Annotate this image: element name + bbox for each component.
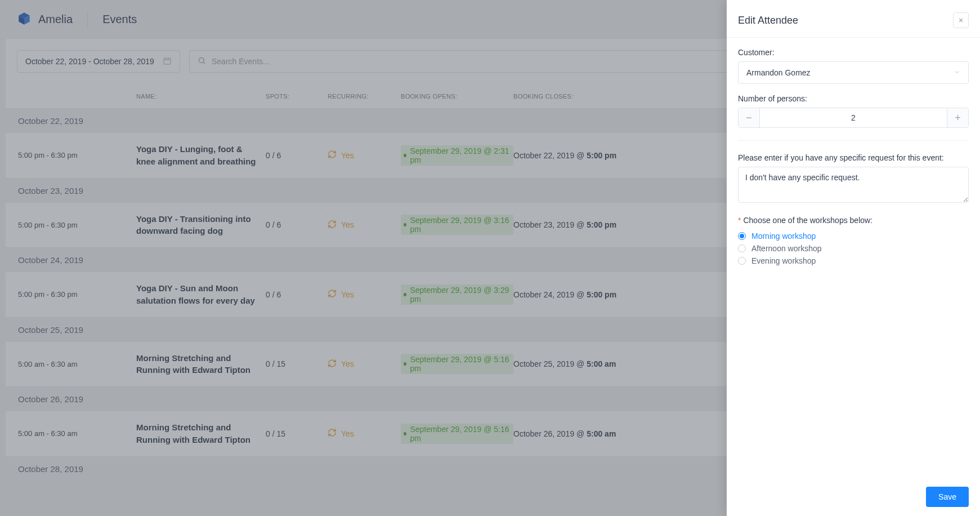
radio-icon xyxy=(738,232,746,240)
persons-increment-button[interactable]: + xyxy=(947,108,968,127)
required-asterisk: * xyxy=(738,216,741,225)
persons-decrement-button[interactable]: − xyxy=(739,108,760,127)
radio-label: Evening workshop xyxy=(751,256,816,265)
close-drawer-button[interactable]: × xyxy=(953,12,969,28)
workshop-radio-option[interactable]: Morning workshop xyxy=(738,232,969,241)
chevron-down-icon xyxy=(954,68,960,77)
workshop-radio-option[interactable]: Evening workshop xyxy=(738,256,969,265)
radio-icon xyxy=(738,244,746,252)
radio-icon xyxy=(738,257,746,265)
save-button[interactable]: Save xyxy=(926,487,969,507)
workshop-label: *Choose one of the workshops below: xyxy=(738,216,969,225)
persons-label: Number of persons: xyxy=(738,94,969,103)
persons-stepper: − + xyxy=(738,108,969,128)
customer-value: Armandon Gomez xyxy=(746,68,811,77)
close-icon: × xyxy=(959,16,963,25)
drawer-title: Edit Attendee xyxy=(738,15,798,26)
customer-select[interactable]: Armandon Gomez xyxy=(738,61,969,84)
request-textarea[interactable] xyxy=(738,167,969,203)
persons-input[interactable] xyxy=(760,108,947,127)
edit-attendee-drawer: Edit Attendee × Customer: Armandon Gomez… xyxy=(727,0,980,516)
radio-label: Morning workshop xyxy=(751,232,816,241)
customer-label: Customer: xyxy=(738,48,969,57)
request-label: Please enter if you have any specific re… xyxy=(738,153,969,162)
workshop-radio-option[interactable]: Afternoon workshop xyxy=(738,244,969,253)
plus-icon: + xyxy=(955,112,961,124)
minus-icon: − xyxy=(746,112,752,124)
radio-label: Afternoon workshop xyxy=(751,244,822,253)
